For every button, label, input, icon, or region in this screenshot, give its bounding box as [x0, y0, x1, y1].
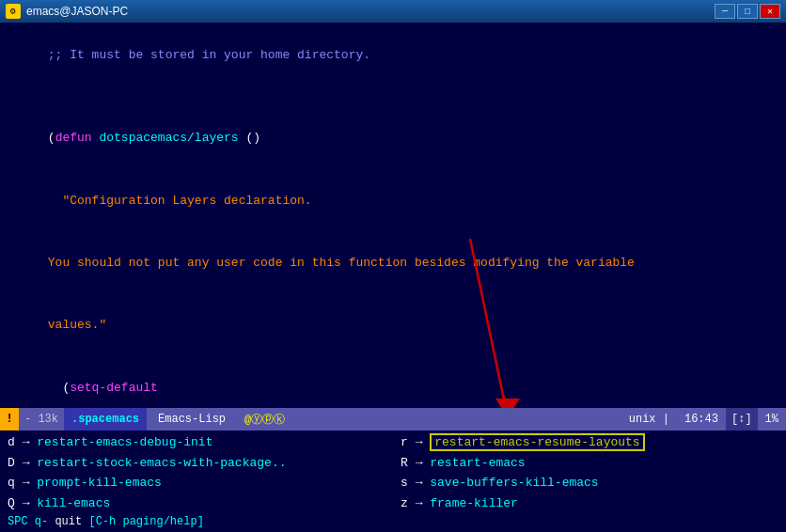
cmd-Q[interactable]: kill-emacs — [37, 496, 110, 510]
mode-display: Emacs-Lisp — [147, 413, 237, 426]
app-icon-symbol: ⚙ — [10, 6, 16, 17]
popup-row-2: D → restart-stock-emacs-with-package.. R… — [0, 453, 786, 473]
scroll-percent: 1% — [758, 413, 786, 426]
popup-col-right-1: r → restart-emacs-resume-layouts — [393, 432, 786, 452]
cmd-q[interactable]: prompt-kill-emacs — [37, 476, 162, 490]
cmd-d[interactable]: restart-emacs-debug-init — [37, 435, 212, 449]
cmd-r-highlighted[interactable]: restart-emacs-resume-layouts — [430, 433, 644, 451]
maximize-button[interactable]: □ — [737, 4, 758, 19]
popup-row-3: q → prompt-kill-emacs s → save-buffers-k… — [0, 473, 786, 493]
app-icon: ⚙ — [6, 4, 21, 19]
code-line-7: (setq-default — [4, 357, 782, 409]
cmd-D[interactable]: restart-stock-emacs-with-package.. — [37, 456, 286, 470]
popup-row-4: Q → kill-emacs z → frame-killer — [0, 493, 786, 513]
window-controls: ─ □ ✕ — [715, 4, 780, 19]
code-line-5: You should not put any user code in this… — [4, 232, 782, 294]
cmd-z[interactable]: frame-killer — [430, 496, 518, 510]
key-s: s — [401, 476, 408, 490]
key-R: R — [401, 456, 408, 470]
filename-display: .spacemacs — [64, 408, 147, 430]
main-window: ⚙ emacs@JASON-PC ─ □ ✕ ;; It must be sto… — [0, 0, 786, 532]
key-q: q — [8, 476, 15, 490]
popup-row-1: d → restart-emacs-debug-init r → restart… — [0, 432, 786, 452]
key-d: d — [8, 435, 15, 449]
key-z: z — [401, 496, 408, 510]
key-Q: Q — [8, 496, 15, 510]
code-line-6: values." — [4, 294, 782, 356]
popup-col-left-1: d → restart-emacs-debug-init — [0, 432, 393, 452]
comment-text: ;; It must be stored in your home direct… — [48, 48, 370, 62]
code-line-2 — [4, 86, 782, 107]
popup-col-left-4: Q → kill-emacs — [0, 493, 393, 513]
line-count: - 13k — [19, 413, 64, 426]
key-D: D — [8, 456, 15, 470]
minimize-button[interactable]: ─ — [715, 4, 735, 19]
encoding-display: @ⓨⓟⓚ — [237, 412, 292, 428]
filetype-display: unix | — [621, 413, 677, 426]
cmd-R[interactable]: restart-emacs — [430, 456, 525, 470]
code-line-1: ;; It must be stored in your home direct… — [4, 24, 782, 86]
help-line: SPC q- quit [C-h paging/help] — [0, 513, 786, 530]
scroll-indicator: [↕] — [726, 408, 758, 430]
cmd-s[interactable]: save-buffers-kill-emacs — [430, 476, 598, 490]
popup-col-left-2: D → restart-stock-emacs-with-package.. — [0, 453, 393, 473]
popup-col-right-2: R → restart-emacs — [393, 453, 786, 473]
popup-col-right-4: z → frame-killer — [393, 493, 786, 513]
close-button[interactable]: ✕ — [760, 4, 780, 19]
status-bar: ! - 13k .spacemacs Emacs-Lisp @ⓨⓟⓚ unix … — [0, 408, 786, 430]
popup-menu: d → restart-emacs-debug-init r → restart… — [0, 430, 786, 532]
popup-col-right-3: s → save-buffers-kill-emacs — [393, 473, 786, 493]
key-r: r — [401, 435, 408, 449]
warning-indicator: ! — [0, 408, 19, 430]
code-line-3: (defun dotspacemacs/layers () — [4, 107, 782, 169]
time-display: 16:43 — [677, 413, 726, 426]
popup-col-left-3: q → prompt-kill-emacs — [0, 473, 393, 493]
window-title: emacs@JASON-PC — [26, 5, 715, 18]
code-line-4: "Configuration Layers declaration. — [4, 170, 782, 232]
editor-area[interactable]: ;; It must be stored in your home direct… — [0, 23, 786, 408]
title-bar: ⚙ emacs@JASON-PC ─ □ ✕ — [0, 0, 786, 23]
